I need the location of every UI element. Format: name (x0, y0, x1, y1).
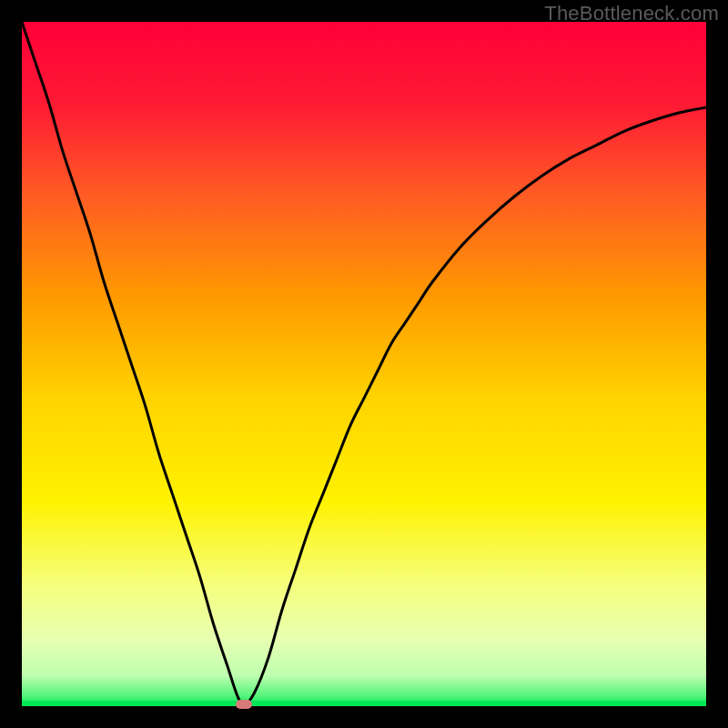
plot-frame (22, 22, 706, 706)
minimum-marker (236, 700, 252, 709)
bottleneck-plot (22, 22, 706, 706)
gradient-background (22, 22, 706, 706)
optimum-band (22, 701, 706, 706)
watermark-text: TheBottleneck.com (544, 2, 719, 25)
